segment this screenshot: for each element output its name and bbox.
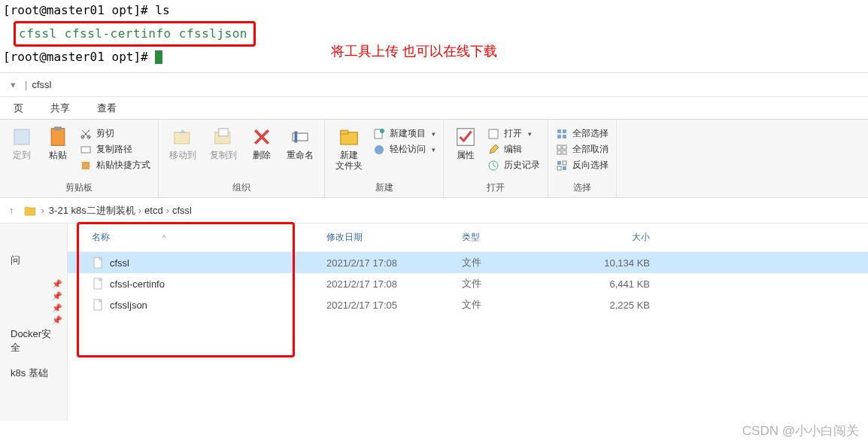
tab-home[interactable]: 页 <box>0 97 37 119</box>
rename-button[interactable]: 重命名 <box>284 124 317 162</box>
content-area: 问 📌 📌 📌 📌 Docker安全 k8s 基础 名称^ 修改日期 类型 大小… <box>0 224 868 421</box>
shortcut-icon <box>80 160 92 172</box>
col-size[interactable]: 大小 <box>582 231 650 244</box>
svg-rect-18 <box>489 129 498 138</box>
group-label: 新建 <box>332 180 436 196</box>
sidebar-item-k8s[interactable]: k8s 基础 <box>0 360 67 386</box>
cursor <box>155 50 162 64</box>
easy-access-button[interactable]: 轻松访问▾ <box>373 143 436 156</box>
breadcrumb-1[interactable]: 3-21 k8s二进制装机 <box>49 204 135 217</box>
select-all-button[interactable]: 全部选择 <box>556 127 609 140</box>
folder-icon <box>23 204 37 217</box>
file-row[interactable]: cfssl 2021/2/17 17:08 文件 10,134 KB <box>68 252 868 273</box>
group-label: 打开 <box>451 180 540 196</box>
file-icon <box>92 278 104 290</box>
path-icon <box>80 144 92 156</box>
sidebar-item-docker[interactable]: Docker安全 <box>0 321 67 360</box>
highlight-box-1: cfssl cfssl-certinfo cfssljson <box>14 21 256 47</box>
copy-path-button[interactable]: 复制路径 <box>80 143 150 156</box>
history-button[interactable]: 历史记录 <box>487 159 540 172</box>
scissors-icon <box>80 128 92 140</box>
invert-selection-button[interactable]: 反向选择 <box>556 159 609 172</box>
watermark: CSDN @小小白闯关 <box>742 422 859 439</box>
file-date: 2021/2/17 17:08 <box>326 257 462 269</box>
copy-to-button[interactable]: 复制到 <box>207 124 240 162</box>
window-title: cfssl <box>32 79 51 90</box>
sidebar-item[interactable]: 问 <box>0 248 67 273</box>
col-type[interactable]: 类型 <box>462 231 582 244</box>
svg-rect-13 <box>341 130 348 134</box>
file-name-text: cfssl <box>110 257 129 269</box>
sidebar-item[interactable]: 📌 <box>0 285 67 297</box>
new-folder-button[interactable]: 新建文件夹 <box>332 124 366 173</box>
cut-button[interactable]: 剪切 <box>80 127 150 140</box>
svg-rect-5 <box>81 147 90 153</box>
svg-point-15 <box>380 129 384 133</box>
file-type: 文件 <box>462 256 582 269</box>
cmd: ls <box>155 3 169 17</box>
col-name[interactable]: 名称^ <box>92 231 326 244</box>
file-date: 2021/2/17 17:05 <box>326 300 462 311</box>
file-size: 2,225 KB <box>582 300 650 311</box>
svg-rect-2 <box>54 126 62 130</box>
folder-icon <box>338 126 360 148</box>
file-date: 2021/2/17 17:08 <box>326 278 462 290</box>
edit-button[interactable]: 编辑 <box>487 143 540 156</box>
file-type: 文件 <box>462 277 582 290</box>
selectnone-icon <box>556 144 568 156</box>
tab-share[interactable]: 共享 <box>37 97 83 119</box>
sidebar-item[interactable]: 📌 <box>0 309 67 321</box>
group-new: 新建文件夹 新建项目▾ 轻松访问▾ 新建 <box>325 120 444 197</box>
move-icon <box>171 126 194 148</box>
tab-view[interactable]: 查看 <box>83 97 130 119</box>
svg-rect-7 <box>175 132 190 144</box>
selectall-icon <box>556 128 568 140</box>
sidebar-item[interactable]: 📌 <box>0 297 67 309</box>
svg-rect-28 <box>557 161 561 165</box>
breadcrumb-2[interactable]: etcd <box>144 205 163 216</box>
address-bar: ↑ › 3-21 k8s二进制装机 › etcd › cfssl <box>0 198 868 224</box>
annotation-text: 将工具上传 也可以在线下载 <box>331 42 497 60</box>
terminal: [root@master01 opt]# ls cfssl cfssl-cert… <box>0 0 868 72</box>
prompt: [root@master01 opt]# <box>3 3 155 17</box>
invert-icon <box>556 160 568 172</box>
crumb-sep: › <box>41 205 44 216</box>
group-select: 全部选择 全部取消 反向选择 选择 <box>548 120 617 197</box>
crumb-sep: › <box>138 205 141 216</box>
delete-button[interactable]: 删除 <box>247 124 276 162</box>
move-to-button[interactable]: 移动到 <box>166 124 199 162</box>
breadcrumb-3[interactable]: cfssl <box>172 205 192 216</box>
file-row[interactable]: cfssl-certinfo 2021/2/17 17:08 文件 6,441 … <box>68 273 868 294</box>
paste-button[interactable]: 粘贴 <box>44 124 72 162</box>
svg-rect-27 <box>563 151 566 154</box>
svg-rect-20 <box>557 129 561 133</box>
pin-button[interactable]: 定到 <box>8 124 36 162</box>
file-size: 10,134 KB <box>582 257 650 269</box>
file-list: cfssl cfssl-certinfo cfssljson <box>19 26 247 41</box>
group-label: 剪贴板 <box>8 180 150 196</box>
pin-icon <box>11 126 33 148</box>
svg-rect-22 <box>557 135 561 138</box>
paste-shortcut-button[interactable]: 粘贴快捷方式 <box>80 159 150 172</box>
dropdown-icon[interactable]: ▾ <box>11 79 16 90</box>
open-button[interactable]: 打开▾ <box>487 127 540 140</box>
svg-rect-33 <box>25 206 29 208</box>
svg-rect-29 <box>563 166 566 170</box>
file-icon <box>92 299 104 311</box>
properties-button[interactable]: 属性 <box>451 124 480 162</box>
ribbon: 定到 粘贴 剪切 复制路径 粘贴快捷方式 剪贴板 移动到 <box>0 120 868 198</box>
select-none-button[interactable]: 全部取消 <box>556 143 609 156</box>
up-button[interactable]: ↑ <box>5 203 19 217</box>
group-label: 组织 <box>166 180 317 196</box>
file-row[interactable]: cfssljson 2021/2/17 17:05 文件 2,225 KB <box>68 294 868 315</box>
col-date[interactable]: 修改日期 <box>326 231 462 244</box>
file-name-text: cfssljson <box>110 300 147 311</box>
history-icon <box>487 160 499 172</box>
svg-rect-21 <box>563 129 566 133</box>
crumb-sep: › <box>166 205 169 216</box>
column-headers: 名称^ 修改日期 类型 大小 <box>68 224 868 252</box>
file-list-area: 名称^ 修改日期 类型 大小 cfssl 2021/2/17 17:08 文件 … <box>68 224 868 421</box>
sidebar-item[interactable]: 📌 <box>0 273 67 285</box>
new-item-button[interactable]: 新建项目▾ <box>373 127 436 140</box>
svg-rect-9 <box>219 129 229 136</box>
